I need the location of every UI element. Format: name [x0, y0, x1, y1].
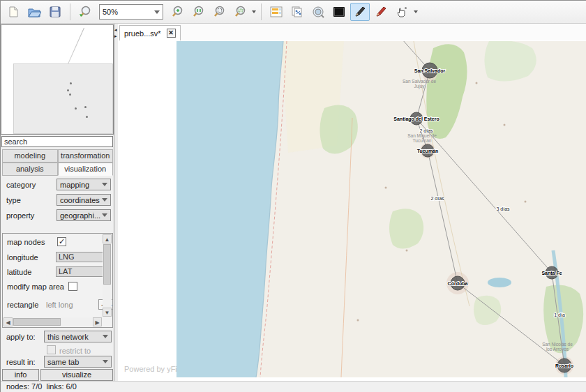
document-tab[interactable]: prueb...sv* ✕: [119, 25, 181, 40]
edge-label: 2 días: [419, 128, 433, 133]
graph-node-label: San Salvador: [414, 68, 446, 73]
map-nodes-label: map nodes: [7, 238, 45, 246]
tab-modeling[interactable]: modeling: [2, 149, 58, 163]
search-input[interactable]: [1, 136, 113, 147]
new-file-icon[interactable]: [3, 3, 23, 21]
edit-pencil-red-icon[interactable]: [371, 3, 391, 21]
longitude-field[interactable]: LNG: [56, 252, 103, 262]
overview-node-dot: [86, 116, 88, 118]
modify-map-area-checkbox[interactable]: [68, 282, 77, 291]
map-attribution: Powered by yFile: [124, 365, 183, 373]
property-select[interactable]: geographi...: [57, 209, 111, 221]
type-select[interactable]: coordinates: [57, 194, 111, 206]
longitude-label: longitude: [7, 253, 38, 262]
result-in-label: result in:: [6, 358, 36, 366]
panel-settings-icon[interactable]: [266, 3, 286, 21]
overview-node-dot: [75, 107, 77, 110]
zoom-selection-icon[interactable]: [209, 3, 229, 21]
chevron-down-icon: [102, 183, 107, 186]
chevron-down-icon: [103, 360, 108, 363]
params-vertical-scrollbar[interactable]: ▲ ▼: [103, 234, 112, 317]
modify-map-area-label: modify map area: [7, 282, 64, 291]
zoom-tools-caret-icon[interactable]: [252, 10, 256, 13]
mapping-parameters-panel: map nodes ✓ longitude LNG latitude LAT m…: [2, 233, 113, 328]
overview-node-dot: [69, 93, 71, 96]
chevron-down-icon: [102, 198, 107, 202]
overview-pane[interactable]: [1, 24, 114, 135]
open-file-icon[interactable]: [24, 3, 44, 21]
overview-viewport-rect[interactable]: [13, 63, 113, 134]
rectangle-label: rectangle: [7, 301, 38, 309]
graph-node-label: Tucumán: [417, 149, 439, 153]
collapse-left-icon[interactable]: ◂: [114, 27, 117, 32]
zoom-level-combobox[interactable]: 50%: [99, 4, 163, 20]
edit-pencil-black-icon[interactable]: [350, 3, 370, 21]
preview-lens-icon[interactable]: [308, 3, 328, 21]
overview-node-dot: [70, 82, 72, 84]
map-view[interactable]: San Salvador deJujuySan Miguel deTucumán…: [176, 41, 586, 377]
overview-node-dot: [84, 106, 87, 108]
latitude-label: latitude: [7, 268, 31, 276]
map-city-label: San Nicolás delos Arroyos: [542, 342, 573, 352]
tab-transformation[interactable]: transformation: [58, 149, 114, 163]
document-tabbar: prueb...sv* ✕: [118, 24, 586, 40]
map-nodes-checkbox[interactable]: ✓: [57, 237, 66, 246]
left-long-label: left long: [46, 301, 73, 309]
toolbar: 50%: [1, 1, 586, 24]
scroll-left-icon[interactable]: ◀: [3, 317, 13, 326]
result-in-select[interactable]: same tab: [44, 356, 112, 368]
latitude-field[interactable]: LAT: [56, 266, 103, 277]
zoom-in-icon[interactable]: [167, 3, 187, 21]
graph-node-label: Santa Fe: [541, 271, 562, 276]
toolbar-separator: [261, 3, 262, 20]
sidebar-tabs: modeling transformation analysis visuali…: [2, 149, 113, 176]
tab-visualization[interactable]: visualization: [58, 163, 114, 176]
pan-hand-icon[interactable]: [392, 3, 412, 21]
property-label: property: [6, 211, 34, 220]
scroll-right-icon[interactable]: ▶: [93, 317, 102, 326]
document-canvas[interactable]: prueb...sv* ✕ Powered by yFile: [118, 24, 586, 381]
pan-tools-caret-icon[interactable]: [414, 10, 418, 13]
document-tab-title: prueb...sv*: [124, 29, 161, 38]
category-label: category: [6, 181, 36, 189]
chevron-down-icon: [103, 335, 108, 338]
scroll-up-icon[interactable]: ▲: [103, 234, 112, 243]
params-horizontal-scrollbar[interactable]: ◀ ▶: [3, 317, 102, 326]
type-label: type: [6, 196, 21, 204]
close-icon[interactable]: ✕: [167, 29, 176, 38]
tab-analysis[interactable]: analysis: [2, 163, 58, 176]
zoom-area-icon[interactable]: [230, 3, 250, 21]
chevron-down-icon: [154, 10, 160, 14]
visualize-button[interactable]: visualize: [40, 369, 113, 381]
graph-node-label: Santiago del Estero: [393, 116, 439, 122]
console-icon[interactable]: [329, 3, 349, 21]
category-select[interactable]: mapping: [57, 179, 111, 190]
graph-node-label: Rosario: [555, 363, 573, 368]
overview-node-dot: [67, 89, 69, 91]
edge-label: 3 días: [496, 206, 510, 211]
status-bar: nodes: 7/0 links: 6/0: [1, 381, 586, 392]
copy-network-icon[interactable]: [287, 3, 307, 21]
zoom-original-icon[interactable]: [188, 3, 208, 21]
info-button[interactable]: info: [2, 369, 39, 381]
edge-label: 2 días: [430, 196, 444, 201]
graph-node-label: Córdoba: [448, 281, 468, 286]
apply-to-select[interactable]: this network: [44, 331, 112, 342]
zoom-level-value: 50%: [103, 8, 118, 16]
expand-right-icon[interactable]: ▸: [114, 33, 117, 38]
sidebar: modeling transformation analysis visuali…: [1, 24, 114, 381]
scroll-down-icon[interactable]: ▼: [103, 308, 112, 317]
edge-label: 1 día: [554, 312, 565, 317]
restrict-to-selection-checkbox[interactable]: [47, 345, 56, 354]
apply-to-label: apply to:: [6, 333, 36, 341]
application-window: 50%: [0, 0, 586, 392]
chevron-down-icon: [102, 213, 107, 217]
toolbar-separator: [70, 3, 70, 20]
fit-zoom-icon[interactable]: [75, 3, 95, 21]
save-file-icon[interactable]: [45, 3, 65, 21]
